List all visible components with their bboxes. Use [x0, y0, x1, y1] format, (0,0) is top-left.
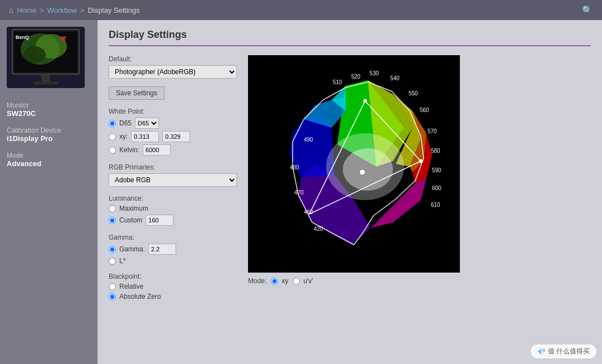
- rgb-primaries-select[interactable]: Adobe RGB sRGB DCI-P3 Rec. 2020: [109, 173, 237, 187]
- calibration-label: Calibration Device: [7, 127, 91, 134]
- label-540: 540: [390, 75, 400, 81]
- svg-text:BenQ: BenQ: [16, 35, 29, 40]
- watermark-text: 值 什么值得买: [548, 347, 590, 356]
- main-layout: BenQ Monitor SW270C Calibration Device i…: [0, 20, 602, 364]
- white-point-d65-label[interactable]: D65: [119, 119, 132, 127]
- content-body: Default: Photographer (AdobeRGB) sRGB Ad…: [109, 55, 591, 308]
- white-point-kelvin-radio[interactable]: [109, 147, 116, 154]
- default-select[interactable]: Photographer (AdobeRGB) sRGB AdobeRGB DC…: [109, 65, 237, 79]
- label-470: 470: [294, 190, 304, 196]
- blackpoint-relative-row: Relative: [109, 283, 237, 290]
- gamma-22-label[interactable]: Gamma:: [119, 245, 145, 253]
- home-icon: ⌂: [9, 6, 13, 14]
- monitor-value: SW270C: [7, 109, 91, 118]
- chart-mode-xy-row: xy: [271, 277, 288, 285]
- white-point-kelvin-label[interactable]: Kelvin:: [119, 146, 139, 154]
- blackpoint-label: Blackpoint:: [109, 273, 237, 280]
- chart-mode-label: Mode:: [248, 277, 266, 285]
- rgb-primaries-label: RGB Primaries:: [109, 163, 237, 171]
- sidebar-monitor-section: Monitor SW270C: [7, 101, 91, 118]
- white-point-label: White Point:: [109, 108, 237, 115]
- luminance-custom-label[interactable]: Custom: [119, 216, 142, 224]
- search-icon[interactable]: 🔍: [582, 5, 593, 16]
- label-600: 600: [432, 185, 441, 191]
- label-560: 560: [420, 107, 429, 113]
- chart-mode-uv-label[interactable]: u'v': [303, 277, 313, 285]
- label-610: 610: [431, 202, 440, 208]
- luminance-max-label[interactable]: Maximum: [119, 205, 148, 212]
- white-point-xy-row: xy:: [109, 131, 237, 142]
- rgb-primaries-group: RGB Primaries: Adobe RGB sRGB DCI-P3 Rec…: [109, 163, 237, 187]
- monitor-image: BenQ: [7, 27, 85, 88]
- gamma-lstar-label[interactable]: L*: [119, 257, 125, 265]
- chart-mode-uv-row: u'v': [293, 277, 313, 285]
- form-panel: Default: Photographer (AdobeRGB) sRGB Ad…: [109, 55, 237, 308]
- calibration-value: i1Display Pro: [7, 134, 91, 143]
- svg-point-13: [419, 159, 423, 163]
- luminance-radios: Maximum Custom: [109, 205, 237, 226]
- blackpoint-absolute-label[interactable]: Absolute Zero: [119, 293, 161, 300]
- label-550: 550: [409, 90, 418, 96]
- luminance-max-row: Maximum: [109, 205, 237, 212]
- blackpoint-relative-radio[interactable]: [109, 283, 116, 290]
- luminance-custom-radio[interactable]: [109, 217, 116, 224]
- label-480: 480: [290, 164, 299, 171]
- sidebar-mode-section: Mode Advanced: [7, 152, 91, 168]
- cie-chart-svg: 520 530 540 550 560 570 580: [248, 55, 460, 273]
- label-520: 520: [351, 74, 361, 80]
- white-point-xy-radio[interactable]: [109, 133, 116, 140]
- label-580: 580: [431, 148, 440, 154]
- gamma-label: Gamma:: [109, 234, 237, 241]
- default-group: Default: Photographer (AdobeRGB) sRGB Ad…: [109, 55, 237, 79]
- svg-point-10: [343, 148, 393, 191]
- separator-1: >: [40, 6, 44, 14]
- white-point-kelvin-input[interactable]: [143, 144, 171, 156]
- label-530: 530: [370, 70, 379, 76]
- title-divider: [109, 45, 591, 46]
- gamma-lstar-row: L*: [109, 257, 237, 265]
- blackpoint-group: Blackpoint: Relative Absolute Zero: [109, 273, 237, 300]
- home-link[interactable]: Home: [17, 6, 36, 14]
- label-490: 490: [304, 137, 313, 143]
- luminance-group: Luminance: Maximum Custom: [109, 195, 237, 226]
- mode-value: Advanced: [7, 159, 91, 168]
- white-point-y-input[interactable]: [162, 131, 190, 142]
- chart-mode-row: Mode: xy u'v': [248, 277, 591, 285]
- d65-select[interactable]: D65D50: [135, 118, 159, 129]
- svg-rect-7: [33, 81, 58, 85]
- watermark-icon: 💎: [537, 348, 546, 356]
- gamma-value-input[interactable]: [148, 244, 176, 255]
- chart-mode-xy-label[interactable]: xy: [281, 277, 288, 285]
- save-settings-button[interactable]: Save Settings: [109, 86, 164, 100]
- white-point-xy-label[interactable]: xy:: [119, 133, 128, 140]
- blackpoint-absolute-row: Absolute Zero: [109, 293, 237, 300]
- svg-point-12: [360, 170, 365, 174]
- label-570: 570: [428, 128, 437, 134]
- monitor-label: Monitor: [7, 101, 91, 109]
- separator-2: >: [80, 6, 85, 14]
- mode-label: Mode: [7, 152, 91, 159]
- gamma-group: Gamma: Gamma: L*: [109, 234, 237, 265]
- white-point-x-input[interactable]: [131, 131, 159, 142]
- blackpoint-relative-label[interactable]: Relative: [119, 283, 143, 290]
- luminance-custom-input[interactable]: [145, 215, 173, 226]
- white-point-d65-row: D65 D65D50: [109, 118, 237, 129]
- default-label: Default:: [109, 55, 237, 63]
- label-590: 590: [432, 167, 441, 173]
- chart-mode-uv-radio[interactable]: [293, 278, 300, 285]
- gamma-lstar-radio[interactable]: [109, 258, 116, 265]
- blackpoint-radios: Relative Absolute Zero: [109, 283, 237, 300]
- gamma-22-radio[interactable]: [109, 246, 116, 253]
- white-point-radios: D65 D65D50 xy:: [109, 118, 237, 156]
- luminance-label: Luminance:: [109, 195, 237, 202]
- white-point-d65-radio[interactable]: [109, 120, 116, 127]
- gamma-22-row: Gamma:: [109, 244, 237, 255]
- label-460: 460: [304, 209, 313, 215]
- chart-area: 520 530 540 550 560 570 580: [248, 55, 591, 308]
- luminance-max-radio[interactable]: [109, 205, 116, 212]
- chart-mode-xy-radio[interactable]: [271, 278, 278, 285]
- svg-rect-6: [41, 74, 50, 82]
- blackpoint-absolute-radio[interactable]: [109, 293, 116, 300]
- save-group: Save Settings: [109, 86, 237, 100]
- workflow-link[interactable]: Workflow: [47, 6, 77, 14]
